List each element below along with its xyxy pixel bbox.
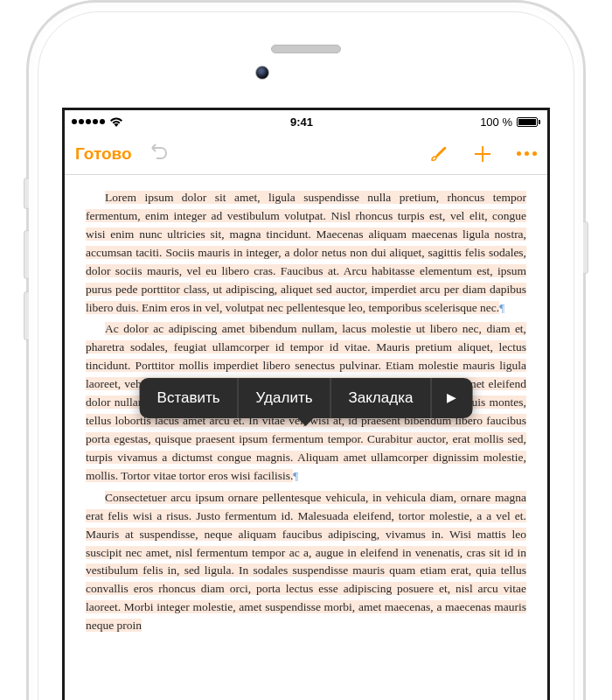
play-icon: ▶ bbox=[447, 388, 456, 408]
phone-camera bbox=[255, 66, 269, 80]
document-body[interactable]: Lorem ipsum dolor sit amet, ligula suspe… bbox=[65, 175, 547, 653]
silence-switch bbox=[24, 178, 29, 209]
paragraph-3[interactable]: Consectetuer arcu ipsum ornare pellentes… bbox=[86, 489, 526, 635]
brush-icon[interactable] bbox=[428, 144, 449, 164]
status-bar: 9:41 100 % bbox=[65, 110, 547, 133]
wifi-icon bbox=[109, 116, 123, 127]
done-button[interactable]: Готово bbox=[75, 144, 132, 164]
more-icon[interactable] bbox=[517, 151, 537, 156]
plus-icon[interactable] bbox=[471, 143, 494, 165]
signal-strength-icon bbox=[72, 119, 105, 124]
status-time: 9:41 bbox=[290, 116, 313, 129]
phone-frame: 9:41 100 % Готово bbox=[26, 0, 586, 700]
pilcrow-icon: ¶ bbox=[499, 301, 504, 314]
power-button bbox=[583, 221, 588, 274]
editor-toolbar: Готово bbox=[65, 133, 547, 175]
volume-up-button bbox=[24, 230, 29, 279]
menu-paste[interactable]: Вставить bbox=[140, 378, 239, 418]
menu-more-arrow[interactable]: ▶ bbox=[431, 378, 472, 418]
phone-screen: 9:41 100 % Готово bbox=[62, 108, 550, 700]
context-menu: Вставить Удалить Закладка ▶ bbox=[140, 378, 473, 418]
undo-icon[interactable] bbox=[148, 143, 169, 165]
paragraph-1[interactable]: Lorem ipsum dolor sit amet, ligula suspe… bbox=[86, 189, 526, 317]
volume-down-button bbox=[24, 291, 29, 340]
menu-delete[interactable]: Удалить bbox=[239, 378, 331, 418]
phone-body: 9:41 100 % Готово bbox=[26, 0, 586, 700]
battery-icon bbox=[517, 117, 540, 127]
battery-percent: 100 % bbox=[480, 116, 512, 129]
menu-bookmark[interactable]: Закладка bbox=[331, 378, 432, 418]
pilcrow-icon: ¶ bbox=[293, 469, 298, 482]
phone-speaker bbox=[271, 45, 341, 53]
